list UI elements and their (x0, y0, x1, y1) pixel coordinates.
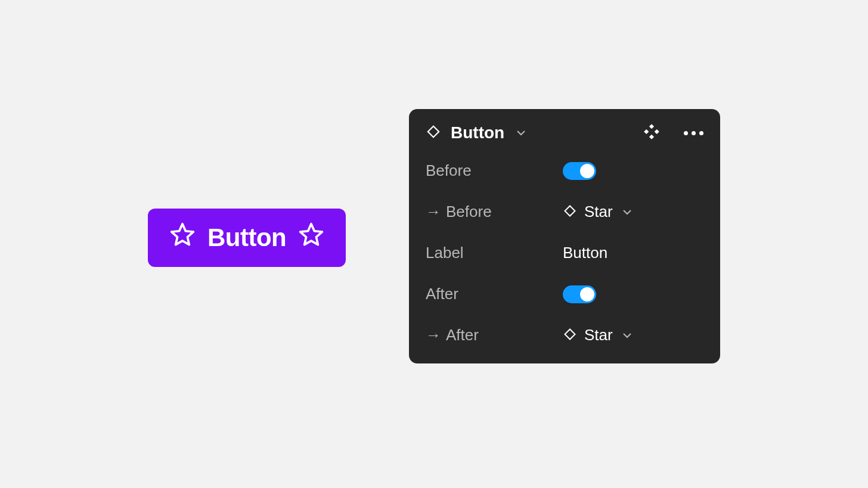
star-icon (169, 222, 196, 254)
property-label: Before (446, 203, 492, 221)
property-row-after: After (426, 285, 703, 303)
arrow-right-icon: → (426, 203, 441, 221)
property-label: Label (426, 244, 464, 262)
property-row-after-swap: → After Star (426, 326, 703, 344)
svg-rect-6 (649, 135, 654, 139)
diamond-outline-icon (563, 204, 577, 220)
before-instance-select[interactable]: Star (563, 203, 632, 221)
svg-marker-0 (172, 224, 194, 245)
property-row-label: Label Button (426, 244, 703, 262)
label-value[interactable]: Button (563, 244, 607, 262)
diamond-outline-icon (563, 327, 577, 344)
diamond-outline-icon (426, 124, 441, 142)
arrow-right-icon: → (426, 326, 441, 344)
before-toggle[interactable] (563, 162, 596, 180)
component-properties-panel: Button Before (409, 109, 720, 363)
chevron-down-icon[interactable] (514, 128, 526, 138)
svg-rect-8 (565, 329, 575, 339)
property-label: After (426, 285, 458, 303)
panel-header: Button (426, 123, 703, 142)
property-row-before-swap: → Before Star (426, 203, 703, 221)
svg-rect-4 (644, 129, 649, 134)
instance-value: Star (584, 203, 613, 221)
svg-marker-1 (300, 224, 323, 245)
property-label: After (446, 326, 479, 344)
chevron-down-icon (620, 207, 632, 217)
instance-value: Star (584, 326, 613, 344)
svg-rect-3 (649, 124, 654, 129)
panel-header-left[interactable]: Button (426, 123, 526, 142)
quad-diamond-icon[interactable] (643, 123, 660, 142)
more-options-icon[interactable] (684, 131, 703, 135)
property-row-before: Before (426, 161, 703, 180)
component-name: Button (451, 123, 504, 142)
svg-rect-5 (655, 129, 659, 134)
button-component-preview[interactable]: Button (148, 209, 346, 267)
property-label: Before (426, 161, 472, 180)
star-icon (298, 222, 324, 254)
after-instance-select[interactable]: Star (563, 326, 632, 344)
chevron-down-icon (620, 330, 632, 341)
after-toggle[interactable] (563, 285, 596, 303)
svg-rect-2 (428, 126, 439, 137)
button-label: Button (207, 223, 286, 252)
svg-rect-7 (565, 206, 575, 216)
